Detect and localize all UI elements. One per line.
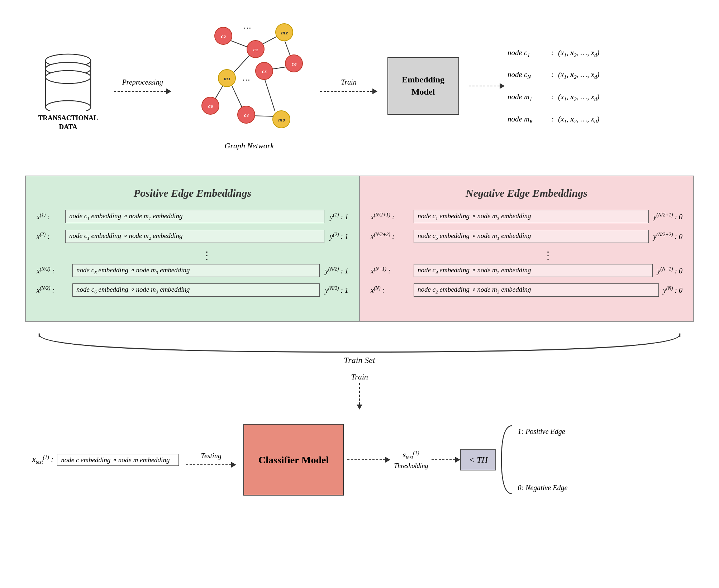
neg-row-2: x(N/2+2) : node c5 embedding ∘ node m1 e… bbox=[371, 230, 682, 243]
svg-text:c₆: c₆ bbox=[292, 61, 297, 67]
testing-arrow: Testing bbox=[186, 452, 236, 468]
pos-row-1: x(1) : node c1 embedding ∘ node m1 embed… bbox=[37, 210, 348, 223]
svg-point-1 bbox=[46, 101, 91, 111]
neg-box-n1: node c4 embedding ∘ node m2 embedding bbox=[414, 264, 653, 277]
database-container: TRANSACTIONAL DATA bbox=[32, 41, 104, 131]
pos-y-n2b: y(N/2) : 1 bbox=[325, 286, 348, 295]
neg-y-n: y(N) : 0 bbox=[663, 286, 682, 295]
right-brace-svg bbox=[500, 424, 514, 496]
neg-x-n: x(N) : bbox=[371, 286, 414, 295]
test-x-label: xtest(1) : bbox=[32, 454, 53, 465]
pos-box-1: node c1 embedding ∘ node m1 embedding bbox=[65, 210, 324, 223]
main-diagram: TRANSACTIONAL DATA Preprocessing bbox=[0, 0, 719, 588]
pos-x-1: x(1) : bbox=[37, 212, 65, 221]
th-arrow-head bbox=[455, 457, 460, 463]
classifier-model-box: Classifier Model bbox=[243, 424, 344, 496]
arrow-head-right bbox=[166, 89, 171, 94]
svg-text:c₃: c₃ bbox=[208, 103, 214, 109]
svg-text:c₄: c₄ bbox=[244, 112, 249, 118]
svg-text:m₃: m₃ bbox=[278, 117, 285, 123]
train-arrow: Train bbox=[320, 78, 377, 94]
pos-dots: ⋮ bbox=[37, 249, 348, 261]
test-box: node c embedding ∘ node m embedding bbox=[57, 454, 179, 466]
test-input: xtest(1) : node c embedding ∘ node m emb… bbox=[32, 454, 179, 466]
s-test-label: stest(1) bbox=[403, 450, 419, 460]
svg-text:⋯: ⋯ bbox=[242, 75, 250, 84]
database-icon bbox=[45, 41, 91, 111]
embeddings-section: Positive Edge Embeddings x(1) : node c1 … bbox=[25, 176, 694, 322]
node-embeddings-list: node c1 : (x1, x2, …, xd) node cN : (x1,… bbox=[508, 45, 687, 127]
neg-box-1: node c1 embedding ∘ node m3 embedding bbox=[414, 210, 649, 223]
positive-embeddings: Positive Edge Embeddings x(1) : node c1 … bbox=[26, 176, 360, 321]
graph-network-container: c₂ c₁ m₂ m₁ c₃ c₄ m₃ bbox=[181, 18, 317, 154]
node-cN-row: node cN : (x1, x2, …, xd) bbox=[508, 67, 687, 83]
neg-row-n1: x(N−1) : node c4 embedding ∘ node m2 emb… bbox=[371, 264, 682, 277]
neg-row-n: x(N) : node c2 embedding ∘ node m3 embed… bbox=[371, 283, 682, 297]
negative-embeddings: Negative Edge Embeddings x(N/2+1) : node… bbox=[360, 176, 693, 321]
down-dotted-arrow bbox=[357, 383, 362, 410]
output-labels: 1: Positive Edge 0: Negative Edge bbox=[518, 427, 567, 492]
neg-x-n1: x(N−1) : bbox=[371, 266, 414, 275]
neg-x-2: x(N/2+2) : bbox=[371, 232, 414, 241]
svg-line-11 bbox=[263, 75, 275, 111]
train-down-label: Train bbox=[351, 372, 368, 382]
top-section: TRANSACTIONAL DATA Preprocessing bbox=[11, 11, 708, 161]
embedding-model-box: Embedding Model bbox=[387, 57, 459, 115]
bottom-section: xtest(1) : node c embedding ∘ node m emb… bbox=[11, 417, 708, 503]
s-test-section: stest(1) Thresholding bbox=[394, 450, 428, 470]
svg-line-10 bbox=[253, 116, 276, 116]
neg-dots: ⋮ bbox=[371, 249, 682, 261]
brace-section: Train Set bbox=[25, 333, 694, 365]
svg-text:⋯: ⋯ bbox=[243, 23, 251, 32]
output-positive: 1: Positive Edge bbox=[518, 427, 567, 436]
svg-text:c₁: c₁ bbox=[253, 47, 258, 52]
svg-text:c₂: c₂ bbox=[221, 33, 227, 39]
pos-row-n2: x(N/2) : node c5 embedding ∘ node m3 emb… bbox=[37, 264, 348, 277]
graph-network-label: Graph Network bbox=[225, 141, 274, 150]
train-arrow-head bbox=[372, 89, 377, 94]
testing-label: Testing bbox=[201, 452, 222, 460]
svg-text:m₂: m₂ bbox=[281, 30, 288, 35]
train-label-top: Train bbox=[341, 78, 356, 86]
neg-row-1: x(N/2+1) : node c1 embedding ∘ node m3 e… bbox=[371, 210, 682, 223]
neg-y-2: y(N/2+2) : 0 bbox=[653, 232, 682, 241]
brace-svg bbox=[25, 333, 694, 354]
pos-x-2: x(2) : bbox=[37, 232, 65, 241]
testing-arrow-head bbox=[231, 462, 236, 468]
pos-x-n2: x(N/2) : bbox=[37, 266, 72, 275]
train-down-section: Train bbox=[11, 372, 708, 410]
pos-y-1: y(1) : 1 bbox=[330, 212, 348, 221]
output-arrow-head bbox=[385, 457, 390, 463]
output-negative: 0: Negative Edge bbox=[518, 484, 567, 492]
preprocessing-arrow: Preprocessing bbox=[107, 78, 178, 94]
graph-network-svg: c₂ c₁ m₂ m₁ c₃ c₄ m₃ bbox=[185, 18, 314, 140]
pos-row-n2b: x(N/2) : node c6 embedding ∘ node m3 emb… bbox=[37, 283, 348, 297]
train-set-label: Train Set bbox=[344, 355, 375, 365]
embedding-model-container: Embedding Model bbox=[380, 57, 466, 115]
neg-box-n: node c2 embedding ∘ node m3 embedding bbox=[414, 283, 659, 297]
pos-section-title: Positive Edge Embeddings bbox=[37, 187, 348, 199]
node-mK-row: node mK : (x1, x2, …, xd) bbox=[508, 111, 687, 127]
pos-row-2: x(2) : node c1 embedding ∘ node m2 embed… bbox=[37, 230, 348, 243]
svg-point-4 bbox=[46, 71, 91, 83]
long-dotted-arrow bbox=[469, 83, 505, 89]
neg-y-1: y(N/2+1) : 0 bbox=[653, 212, 682, 221]
pos-y-n2: y(N/2) : 1 bbox=[325, 266, 348, 275]
node-c1-row: node c1 : (x1, x2, …, xd) bbox=[508, 45, 687, 61]
svg-text:m₁: m₁ bbox=[224, 76, 230, 81]
preprocessing-label: Preprocessing bbox=[122, 78, 163, 86]
long-arrow-head bbox=[500, 83, 505, 89]
neg-x-1: x(N/2+1) : bbox=[371, 212, 414, 221]
pos-box-2: node c1 embedding ∘ node m2 embedding bbox=[65, 230, 324, 243]
pos-box-n2b: node c6 embedding ∘ node m3 embedding bbox=[72, 283, 320, 297]
down-arrow-head bbox=[357, 405, 362, 410]
th-arrow bbox=[432, 457, 460, 463]
th-box: < TH bbox=[460, 449, 496, 470]
output-section: 1: Positive Edge 0: Negative Edge bbox=[500, 424, 567, 496]
output-arrow bbox=[347, 457, 390, 463]
neg-box-2: node c5 embedding ∘ node m1 embedding bbox=[414, 230, 649, 243]
pos-y-2: y(2) : 1 bbox=[330, 232, 348, 241]
node-m1-row: node m1 : (x1, x2, …, xd) bbox=[508, 89, 687, 105]
pos-x-n2b: x(N/2) : bbox=[37, 286, 72, 295]
db-label: TRANSACTIONAL DATA bbox=[38, 114, 98, 131]
